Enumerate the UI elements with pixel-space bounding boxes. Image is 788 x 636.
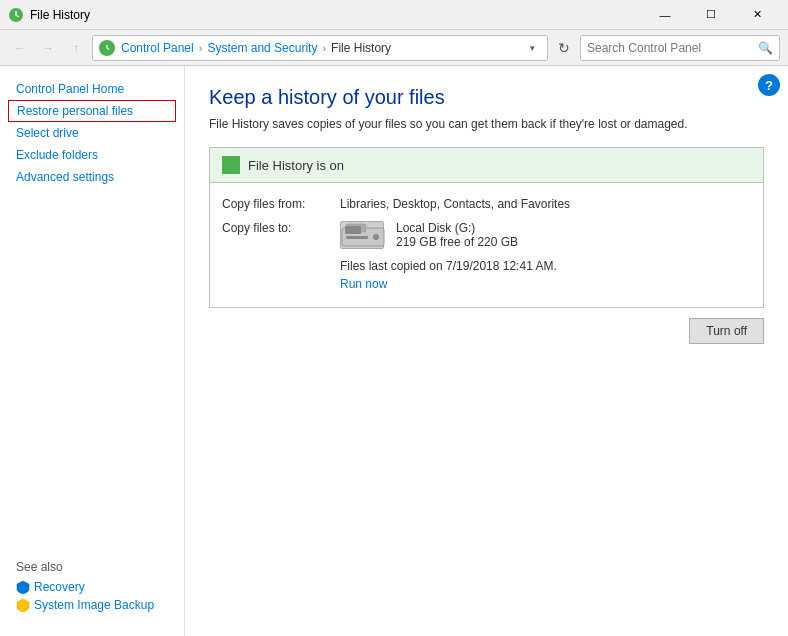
page-title: Keep a history of your files <box>209 86 764 109</box>
drive-space: 219 GB free of 220 GB <box>396 235 518 249</box>
back-button[interactable]: ← <box>8 36 32 60</box>
last-copy-text: Files last copied on 7/19/2018 12:41 AM. <box>340 259 751 273</box>
sidebar-recovery[interactable]: Recovery <box>16 580 168 594</box>
svg-rect-3 <box>346 224 366 232</box>
recovery-icon <box>16 580 30 594</box>
status-indicator <box>222 156 240 174</box>
breadcrumb-control-panel[interactable]: Control Panel <box>121 41 194 55</box>
sidebar: Control Panel Home Restore personal file… <box>0 66 185 636</box>
title-bar: File History — ☐ ✕ <box>0 0 788 30</box>
search-bar: 🔍 <box>580 35 780 61</box>
status-body: Copy files from: Libraries, Desktop, Con… <box>210 183 763 307</box>
status-text: File History is on <box>248 158 344 173</box>
turn-off-button[interactable]: Turn off <box>689 318 764 344</box>
sidebar-select-drive[interactable]: Select drive <box>0 122 184 144</box>
copy-from-row: Copy files from: Libraries, Desktop, Con… <box>222 197 751 211</box>
close-button[interactable]: ✕ <box>734 0 780 30</box>
see-also-label: See also <box>16 560 168 574</box>
up-button[interactable]: ↑ <box>64 36 88 60</box>
drive-info: Local Disk (G:) 219 GB free of 220 GB <box>340 221 518 249</box>
copy-from-label: Copy files from: <box>222 197 332 211</box>
breadcrumb-bar: Control Panel › System and Security › Fi… <box>92 35 548 61</box>
breadcrumb-icon <box>99 40 115 56</box>
drive-name: Local Disk (G:) <box>396 221 518 235</box>
sidebar-control-panel-home[interactable]: Control Panel Home <box>0 78 184 100</box>
maximize-button[interactable]: ☐ <box>688 0 734 30</box>
window-controls: — ☐ ✕ <box>642 0 780 30</box>
sidebar-system-image-backup[interactable]: System Image Backup <box>16 598 168 612</box>
last-copy-row: Files last copied on 7/19/2018 12:41 AM.… <box>222 259 751 291</box>
copy-to-row: Copy files to: Local Disk (G:) <box>222 221 751 249</box>
search-input[interactable] <box>587 41 758 55</box>
app-icon <box>8 7 24 23</box>
address-bar: ← → ↑ Control Panel › System and Securit… <box>0 30 788 66</box>
svg-point-4 <box>373 234 379 240</box>
drive-icon <box>340 221 384 249</box>
backup-icon <box>16 598 30 612</box>
help-button[interactable]: ? <box>758 74 780 96</box>
search-button[interactable]: 🔍 <box>758 41 773 55</box>
sidebar-restore-personal-files[interactable]: Restore personal files <box>8 100 176 122</box>
status-box: File History is on Copy files from: Libr… <box>209 147 764 308</box>
copy-from-value: Libraries, Desktop, Contacts, and Favori… <box>340 197 570 211</box>
sidebar-exclude-folders[interactable]: Exclude folders <box>0 144 184 166</box>
subtitle: File History saves copies of your files … <box>209 117 764 131</box>
status-header: File History is on <box>210 148 763 183</box>
content-area: ? Keep a history of your files File Hist… <box>185 66 788 636</box>
see-also-section: See also Recovery System Image Backup <box>0 552 184 624</box>
copy-to-label: Copy files to: <box>222 221 332 235</box>
window-title: File History <box>30 8 642 22</box>
breadcrumb-dropdown-button[interactable]: ▾ <box>523 36 541 60</box>
minimize-button[interactable]: — <box>642 0 688 30</box>
sidebar-advanced-settings[interactable]: Advanced settings <box>0 166 184 188</box>
svg-rect-5 <box>346 236 368 239</box>
refresh-button[interactable]: ↻ <box>552 36 576 60</box>
main-layout: Control Panel Home Restore personal file… <box>0 66 788 636</box>
breadcrumb-file-history: File History <box>331 41 391 55</box>
forward-button[interactable]: → <box>36 36 60 60</box>
breadcrumb-system-security[interactable]: System and Security <box>207 41 317 55</box>
run-now-link[interactable]: Run now <box>340 277 387 291</box>
